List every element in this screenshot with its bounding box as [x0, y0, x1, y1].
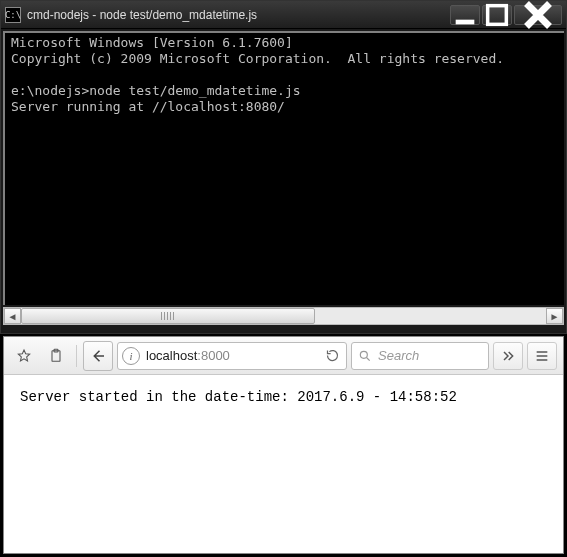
url-host: localhost: [146, 348, 197, 363]
browser-toolbar: i localhost:8000 Search: [4, 337, 563, 375]
chevron-double-right-icon: [500, 348, 516, 364]
search-icon: [358, 349, 372, 363]
cmd-window: C:\ cmd-nodejs - node test/demo_mdatetim…: [0, 0, 567, 334]
cmd-line: Microsoft Windows [Version 6.1.7600]: [11, 35, 293, 50]
cmd-line: Copyright (c) 2009 Microsoft Corporation…: [11, 51, 504, 66]
back-button[interactable]: [83, 341, 113, 371]
star-icon: [16, 348, 32, 364]
maximize-button[interactable]: [482, 5, 512, 25]
search-bar[interactable]: Search: [351, 342, 489, 370]
maximize-icon: [483, 1, 511, 29]
scroll-left-button[interactable]: ◄: [4, 308, 21, 324]
menu-button[interactable]: [527, 342, 557, 370]
scroll-track[interactable]: [21, 308, 546, 324]
minimize-button[interactable]: [450, 5, 480, 25]
url-bar[interactable]: i localhost:8000: [117, 342, 347, 370]
browser-window: i localhost:8000 Search Server started i…: [3, 336, 564, 554]
svg-rect-0: [456, 19, 475, 24]
cmd-icon: C:\: [5, 7, 21, 23]
cmd-line: Server running at //localhost:8080/: [11, 99, 285, 114]
svg-rect-1: [488, 5, 507, 24]
arrow-left-icon: [89, 347, 107, 365]
browser-content[interactable]: Server started in the date-time: 2017.6.…: [4, 375, 563, 553]
window-controls: [450, 5, 562, 25]
reload-button[interactable]: [322, 348, 342, 363]
cmd-line: e:\nodejs>node test/demo_mdatetime.js: [11, 83, 301, 98]
bookmark-button[interactable]: [10, 342, 38, 370]
horizontal-scrollbar[interactable]: ◄ ►: [3, 307, 564, 325]
site-info-icon[interactable]: i: [122, 347, 140, 365]
overflow-button[interactable]: [493, 342, 523, 370]
scroll-thumb[interactable]: [21, 308, 315, 324]
clipboard-icon: [48, 348, 64, 364]
minimize-icon: [451, 1, 479, 29]
search-placeholder: Search: [378, 348, 419, 363]
cmd-titlebar[interactable]: C:\ cmd-nodejs - node test/demo_mdatetim…: [1, 1, 566, 29]
toolbar-separator: [76, 345, 77, 367]
reload-icon: [325, 348, 340, 363]
cmd-output[interactable]: Microsoft Windows [Version 6.1.7600] Cop…: [3, 31, 564, 305]
scroll-right-button[interactable]: ►: [546, 308, 563, 324]
url-text[interactable]: localhost:8000: [146, 348, 316, 363]
svg-point-4: [360, 351, 367, 358]
close-button[interactable]: [514, 5, 562, 25]
cmd-title: cmd-nodejs - node test/demo_mdatetime.js: [27, 8, 450, 22]
url-port: :8000: [197, 348, 230, 363]
close-icon: [515, 0, 561, 38]
hamburger-icon: [534, 348, 550, 364]
page-text: Server started in the date-time: 2017.6.…: [20, 389, 457, 405]
sidebar-button[interactable]: [42, 342, 70, 370]
